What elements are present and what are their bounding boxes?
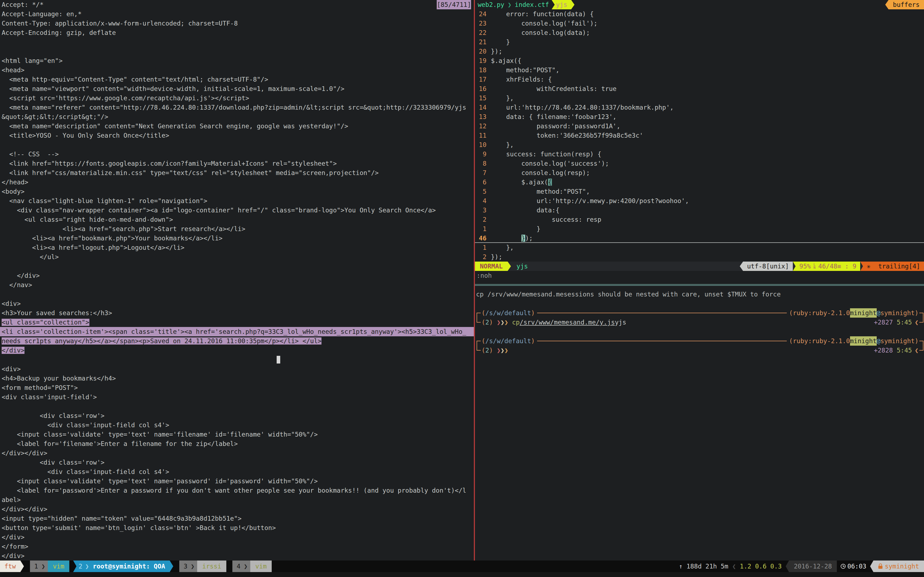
window-3-name[interactable]: irssi [197,561,226,572]
powerline-arrow [552,0,555,9]
position-indicator: 95% LN 46/48≡ : 9 [796,261,860,271]
chevron-right-icon: ❯ [504,346,508,355]
tab-web2py[interactable]: web2.py [475,0,507,9]
command-arg-path: /srv/www/memesand.me/y.js [520,318,615,327]
history-number: +2828 [874,346,893,355]
mode-indicator: NORMAL [475,261,508,271]
chevron-right-icon: ❯ [497,346,501,355]
shell-message: cp /srv/www/memesand.mesessions should b… [476,290,924,299]
uptime: 188d 21h 5m [687,561,728,572]
prompt-block-2: ( /s/w/default ) ( ruby:ruby-2.1.0 minig… [476,336,924,355]
code-line: 10 }, [475,140,924,150]
selection-line: needs_scr1pts_anyway</h5></a></span><p>S… [2,336,474,346]
code-area[interactable]: 24 error: function(data) {23 console.log… [475,9,924,261]
code-line: 12 password:'password1A', [475,121,924,131]
code-line: 46 }); [475,234,924,243]
code-line: 2 success: resp [475,215,924,224]
lock-icon [878,566,882,569]
tmux-screen: Accept: */* Accept-Language: en,* Conten… [0,0,924,577]
prompt-rule [537,341,787,341]
chevron-left-icon: ❮ [915,318,919,327]
vim-tabline: web2.py ❯ index.ctf yjs buffers [475,0,924,9]
pager-text-top: Accept: */* Accept-Language: en,* Conten… [2,0,474,318]
pane-split-row [475,280,924,290]
powerline-arrow [73,561,76,572]
vim-statusline: NORMAL yjs utf-8[unix] 95% LN 46/48≡ : 9… [475,261,924,271]
status-right: ↑ 188d 21h 5m ❮ 1.2 0.6 0.3 2016-12-28 0… [679,561,924,572]
pane-container: Accept: */* Accept-Language: en,* Conten… [0,0,924,561]
code-line: 9 success: function(resp) { [475,150,924,159]
window-4-number[interactable]: 4 [233,561,244,572]
selection-line: <ul class="collection"> [2,318,474,327]
prompt-job-number: 2 [485,346,489,355]
chevron-left-icon: ❮ [732,561,736,572]
prompt-command-line[interactable]: ( 2 ) ❯❯❯ cp /srv/www/memesand.me/y.js y… [481,318,919,327]
right-pane[interactable]: web2.py ❯ index.ctf yjs buffers 24 error… [475,0,924,561]
code-line: 22 console.log(data); [475,28,924,37]
prompt-ruby-version: ruby:ruby-2.1.0 [793,336,850,346]
powerline-arrow [885,0,888,9]
prompt-top-line: ( /s/w/default ) ( ruby:ruby-2.1.0 minig… [481,336,919,346]
powerline-arrow [20,561,24,572]
code-line: 2}); [475,252,924,261]
powerline-arrow [571,0,575,9]
vim-command-line[interactable]: :noh [475,271,924,280]
command-arg: yjs [615,318,627,327]
chevron-right-icon: ❯ [507,0,512,9]
code-line: 6 $.ajax({ [475,177,924,187]
code-line: 7 console.log(resp); [475,168,924,177]
time-indicator: 06:03 [847,561,866,572]
code-line: 15 }, [475,93,924,103]
code-line: 1 }, [475,243,924,252]
code-line: 23 console.log('fail'); [475,19,924,28]
prompt-cwd: /s/w/default [485,308,531,318]
code-line: 24 error: function(data) { [475,9,924,19]
selection-line: </div> [2,346,474,355]
window-1-number[interactable]: 1 [30,561,42,572]
prompt-time: 5:45 [897,318,912,327]
pager-text-bottom: <div> <h4>Backup your bookmarks</h4> <fo… [2,364,474,561]
code-line: 19$.ajax({ [475,56,924,65]
prompt-block-1: ( /s/w/default ) ( ruby:ruby-2.1.0 minig… [476,308,924,327]
arrow-up-icon: ↑ [679,561,683,572]
statusline-filename: yjs [511,261,528,271]
chevron-right-icon: ❯ [497,318,501,327]
window-1-name[interactable]: vim [48,561,69,572]
warning-icon: ✳ [867,263,871,270]
prompt-host: syminight [880,308,915,318]
tab-indexctf[interactable]: index.ctf [512,0,552,9]
chevron-right-icon: ❯ [501,318,504,327]
chevron-right-icon: ❯ [504,318,508,327]
chevron-right-icon: ❯ [191,561,197,572]
chevron-right-icon: ❯ [244,561,250,572]
code-line: 16 withCredentials: true [475,84,924,93]
buffers-button[interactable]: buffers [888,0,924,9]
window-3-number[interactable]: 3 [179,561,191,572]
prompt-user-highlight: minight [850,336,877,346]
code-line: 5 method:"POST", [475,187,924,196]
left-pane-pager[interactable]: Accept: */* Accept-Language: en,* Conten… [0,0,474,561]
code-line: 20}); [475,47,924,56]
window-2-active[interactable]: 2 ❯ root@syminight: QOA [76,561,170,572]
code-line: 3 data:{ [475,206,924,215]
shell-area[interactable]: cp /srv/www/memesand.mesessions should b… [475,290,924,561]
matching-brace-highlight: { [548,179,552,186]
code-line: 18 method:"POST", [475,65,924,75]
tab-yjs-active[interactable]: yjs [555,0,571,9]
vim-cursor: } [522,235,525,242]
prompt-ruby-version: ruby:ruby-2.1.0 [793,308,850,318]
horizontal-split-border[interactable] [475,284,924,286]
chevron-right-icon: ❯ [41,561,48,572]
prompt-command-line[interactable]: ( 2 ) ❯❯❯ +2828 5:45❮ [481,346,919,355]
chevron-right-icon: ❯ [501,346,504,355]
powerline-arrow [793,261,796,271]
session-name[interactable]: ftw [0,561,20,572]
powerline-arrow [170,561,173,572]
code-line: 1 } [475,224,924,234]
line-number-icon: LN [813,263,816,269]
chevron-right-icon: ❯ [85,561,91,572]
powerline-arrow [860,261,863,271]
code-line: 11 token:'366e236b57f99a8c5e3c' [475,131,924,140]
window-4-name[interactable]: vim [250,561,272,572]
date-indicator: 2016-12-28 [789,561,837,572]
